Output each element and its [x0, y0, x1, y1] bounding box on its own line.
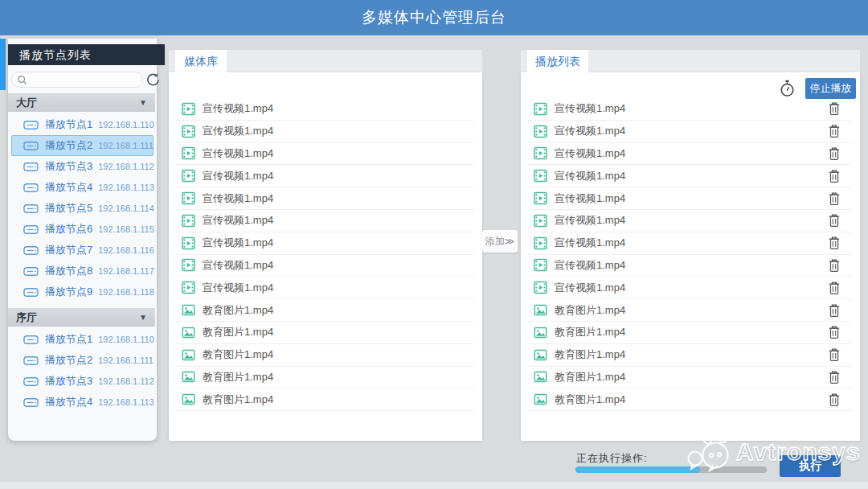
node-row[interactable]: 播放节点1 192.168.1.110: [11, 114, 154, 135]
delete-icon[interactable]: [828, 213, 841, 228]
media-file-row[interactable]: 教育图片1.mp4: [527, 322, 852, 344]
image-file-icon: [534, 303, 547, 317]
file-name: 宣传视频1.mp4: [203, 191, 273, 206]
delete-icon[interactable]: [828, 370, 841, 384]
media-library-list: 宣传视频1.mp4 宣传视频1.mp4: [175, 98, 474, 411]
media-file-row[interactable]: 宣传视频1.mp4: [175, 277, 474, 299]
search-input[interactable]: [27, 75, 132, 84]
node-row[interactable]: 播放节点2 192.168.1.111: [11, 135, 154, 156]
media-file-row[interactable]: 教育图片1.mp4: [527, 344, 852, 367]
node-name: 播放节点2: [45, 353, 92, 368]
player-device-icon: [23, 120, 39, 130]
media-file-row[interactable]: 宣传视频1.mp4: [175, 232, 474, 255]
media-file-row[interactable]: 宣传视频1.mp4: [175, 187, 474, 210]
media-file-row[interactable]: 教育图片1.mp4: [527, 367, 852, 389]
media-file-row[interactable]: 宣传视频1.mp4: [175, 165, 474, 187]
node-name: 播放节点7: [45, 243, 92, 257]
node-row[interactable]: 播放节点7 192.168.1.116: [11, 240, 154, 261]
node-row[interactable]: 播放节点8 192.168.1.117: [11, 261, 154, 281]
progress-bar: [575, 466, 767, 473]
file-name: 宣传视频1.mp4: [555, 258, 625, 273]
playlist-controls: 停止播放: [521, 72, 860, 98]
delete-icon[interactable]: [828, 325, 841, 339]
media-file-row[interactable]: 宣传视频1.mp4: [175, 210, 474, 232]
delete-icon[interactable]: [828, 392, 841, 407]
media-file-row[interactable]: 宣传视频1.mp4: [527, 255, 852, 277]
node-ip: 192.168.1.110: [98, 120, 154, 129]
node-name: 播放节点3: [45, 159, 92, 174]
delete-icon[interactable]: [828, 281, 841, 295]
delete-icon[interactable]: [828, 258, 841, 273]
player-device-icon: [23, 355, 39, 366]
file-name: 宣传视频1.mp4: [555, 281, 625, 295]
video-file-icon: [534, 236, 547, 250]
media-file-row[interactable]: 宣传视频1.mp4: [175, 121, 474, 143]
media-file-row[interactable]: 宣传视频1.mp4: [175, 255, 474, 277]
media-file-row[interactable]: 宣传视频1.mp4: [527, 143, 852, 166]
node-name: 播放节点1: [45, 117, 92, 132]
video-file-icon: [534, 191, 547, 205]
video-file-icon: [182, 191, 195, 205]
media-library-panel: 媒体库 宣传视频1.mp4: [169, 50, 482, 441]
media-file-row[interactable]: 宣传视频1.mp4: [527, 187, 852, 210]
media-file-row[interactable]: 教育图片1.mp4: [175, 367, 474, 389]
refresh-icon[interactable]: [145, 72, 161, 88]
node-row[interactable]: 播放节点3 192.168.1.112: [11, 156, 154, 177]
player-device-icon: [23, 397, 39, 408]
media-file-row[interactable]: 宣传视频1.mp4: [527, 121, 852, 143]
node-row[interactable]: 播放节点9 192.168.1.118: [11, 281, 154, 302]
delete-icon[interactable]: [828, 146, 841, 161]
add-to-playlist-button[interactable]: 添加≫: [482, 230, 518, 253]
image-file-icon: [534, 370, 547, 384]
delete-icon[interactable]: [828, 347, 841, 362]
media-file-row[interactable]: 教育图片1.mp4: [527, 299, 852, 322]
video-file-icon: [534, 102, 547, 116]
media-file-row[interactable]: 宣传视频1.mp4: [175, 98, 474, 121]
media-file-row[interactable]: 宣传视频1.mp4: [527, 165, 852, 187]
tab-media-library[interactable]: 媒体库: [175, 50, 227, 72]
media-file-row[interactable]: 教育图片1.mp4: [527, 388, 852, 411]
node-row[interactable]: 播放节点6 192.168.1.115: [11, 219, 154, 240]
media-file-row[interactable]: 教育图片1.mp4: [175, 322, 474, 344]
node-row[interactable]: 播放节点3 192.168.1.112: [11, 371, 154, 392]
node-row[interactable]: 播放节点4 192.168.1.113: [11, 392, 154, 413]
media-file-row[interactable]: 宣传视频1.mp4: [527, 98, 852, 121]
delete-icon[interactable]: [828, 101, 841, 116]
playlist-body: 停止播放 宣传视频1.mp4: [521, 72, 860, 441]
media-file-row[interactable]: 教育图片1.mp4: [175, 344, 474, 367]
timer-icon[interactable]: [779, 80, 796, 97]
search-input-wrap[interactable]: [11, 72, 143, 88]
delete-icon[interactable]: [828, 236, 841, 250]
bottom-band: [0, 482, 868, 489]
node-ip: 192.168.1.111: [98, 355, 154, 365]
file-name: 宣传视频1.mp4: [555, 213, 625, 228]
execute-button[interactable]: 执行: [780, 455, 841, 477]
node-row[interactable]: 播放节点4 192.168.1.113: [11, 177, 154, 198]
delete-icon[interactable]: [828, 191, 841, 206]
media-file-row[interactable]: 宣传视频1.mp4: [527, 210, 852, 232]
video-file-icon: [182, 146, 195, 160]
file-name: 教育图片1.mp4: [203, 347, 273, 362]
file-name: 宣传视频1.mp4: [203, 146, 273, 161]
media-file-row[interactable]: 教育图片1.mp4: [175, 299, 474, 322]
delete-icon[interactable]: [828, 169, 841, 183]
image-file-icon: [182, 392, 195, 406]
media-file-row[interactable]: 宣传视频1.mp4: [527, 232, 852, 255]
video-file-icon: [182, 281, 195, 294]
delete-icon[interactable]: [828, 124, 841, 138]
group-header[interactable]: 大厅 ▼: [8, 93, 155, 112]
media-file-row[interactable]: 宣传视频1.mp4: [175, 143, 474, 166]
media-file-row[interactable]: 宣传视频1.mp4: [527, 277, 852, 299]
delete-icon[interactable]: [828, 303, 841, 318]
node-name: 播放节点8: [45, 264, 92, 278]
file-name: 宣传视频1.mp4: [203, 258, 273, 273]
media-file-row[interactable]: 教育图片1.mp4: [175, 388, 474, 411]
tab-playlist[interactable]: 播放列表: [527, 50, 588, 72]
stop-playback-button[interactable]: 停止播放: [805, 78, 856, 99]
node-ip: 192.168.1.118: [98, 287, 154, 297]
node-row[interactable]: 播放节点2 192.168.1.111: [11, 350, 154, 371]
group-header[interactable]: 序厅 ▼: [8, 308, 155, 327]
node-row[interactable]: 播放节点1 192.168.1.110: [11, 329, 154, 350]
node-row[interactable]: 播放节点5 192.168.1.114: [11, 198, 154, 219]
file-name: 宣传视频1.mp4: [555, 101, 625, 116]
